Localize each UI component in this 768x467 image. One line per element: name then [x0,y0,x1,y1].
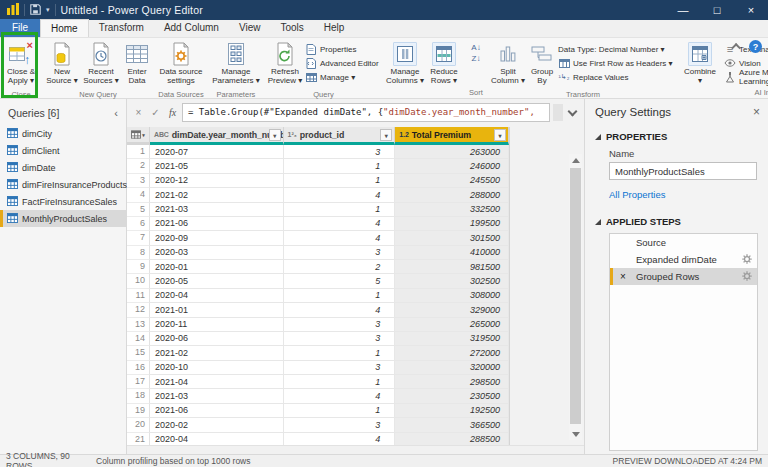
cell-total-premium[interactable]: 245500 [395,174,509,188]
cell-product-id[interactable]: 3 [284,418,396,432]
query-list-item[interactable]: dimCity [0,125,126,142]
cell-month[interactable]: 2021-06 [150,404,284,418]
close-apply-button[interactable]: × ↑ Close & Apply ▾ [2,40,40,90]
gear-icon[interactable] [742,254,752,266]
row-number[interactable]: 10 [127,274,150,288]
row-number[interactable]: 6 [127,217,150,231]
column-header-product-id[interactable]: 1²₃ product_id ▾ [284,127,396,145]
row-number[interactable]: 14 [127,332,150,346]
tab-add-column[interactable]: Add Column [154,19,229,37]
save-icon[interactable] [30,4,41,17]
quick-access-caret-icon[interactable]: ▾ [46,6,50,14]
all-properties-link[interactable]: All Properties [609,189,760,200]
cell-product-id[interactable]: 3 [284,246,396,260]
collapse-queries-icon[interactable]: ‹ [114,107,118,119]
cell-product-id[interactable]: 1 [284,375,396,389]
gear-icon[interactable] [742,271,752,283]
applied-step[interactable]: ×Grouped Rows [610,268,757,285]
cell-product-id[interactable]: 3 [284,332,396,346]
cell-total-premium[interactable]: 199500 [395,217,509,231]
help-icon[interactable]: ? [749,40,762,53]
row-number[interactable]: 5 [127,203,150,217]
cell-month[interactable]: 2020-12 [150,174,284,188]
query-list-item[interactable]: MonthlyProductSales [0,210,126,227]
cell-total-premium[interactable]: 410000 [395,246,509,260]
row-number[interactable]: 9 [127,260,150,274]
column-header-dimdate[interactable]: ABC dimDate.year_month_number ▾ [150,127,284,145]
horizontal-scrollbar[interactable] [127,445,584,454]
number-type-icon[interactable]: 1²₃ [288,131,297,138]
cell-product-id[interactable]: 3 [284,318,396,332]
cell-product-id[interactable]: 2 [284,260,396,274]
replace-values-button[interactable]: ¹↳₂ Replace Values [558,71,676,83]
enter-data-button[interactable]: Enter Data [122,40,152,90]
cancel-formula-icon[interactable]: × [131,107,146,118]
fx-icon[interactable]: fx [165,107,180,118]
combine-button[interactable]: Combine ▾ [680,40,720,90]
tab-tools[interactable]: Tools [270,19,313,37]
cell-month[interactable]: 2021-05 [150,159,284,173]
row-number[interactable]: 15 [127,346,150,360]
filter-dropdown-icon[interactable]: ▾ [380,129,392,141]
new-source-button[interactable]: New Source ▾ [44,40,80,90]
close-button[interactable]: × [734,0,768,20]
row-number[interactable]: 20 [127,418,150,432]
cell-month[interactable]: 2020-11 [150,318,284,332]
confirm-formula-icon[interactable]: ✓ [148,107,163,118]
cell-month[interactable]: 2021-03 [150,203,284,217]
cell-month[interactable]: 2020-04 [150,289,284,303]
manage-columns-button[interactable]: Manage Columns ▾ [385,40,425,90]
row-number[interactable]: 8 [127,246,150,260]
maximize-button[interactable]: □ [700,0,734,20]
cell-product-id[interactable]: 1 [284,289,396,303]
properties-section-header[interactable]: PROPERTIES [595,131,760,142]
row-number[interactable]: 7 [127,231,150,245]
cell-product-id[interactable]: 3 [284,361,396,375]
cell-product-id[interactable]: 4 [284,303,396,317]
sort-descending-icon[interactable]: Z↓ [472,54,481,63]
row-number[interactable]: 19 [127,404,150,418]
cell-month[interactable]: 2021-02 [150,346,284,360]
scrollbar-thumb[interactable] [570,168,581,424]
data-type-button[interactable]: Data Type: Decimal Number ▾ [558,43,676,55]
row-number[interactable]: 11 [127,289,150,303]
delete-step-icon[interactable]: × [620,271,626,282]
select-all-corner[interactable]: ▾ [127,127,150,145]
minimize-button[interactable]: — [666,0,700,20]
cell-total-premium[interactable]: 981500 [395,260,509,274]
cell-total-premium[interactable]: 332500 [395,203,509,217]
cell-product-id[interactable]: 4 [284,217,396,231]
sort-ascending-icon[interactable]: A↓ [471,43,480,52]
applied-steps-section-header[interactable]: APPLIED STEPS [595,216,760,227]
applied-step[interactable]: Source [610,234,757,251]
tab-home[interactable]: Home [40,19,89,37]
scroll-down-icon[interactable] [569,428,582,440]
cell-month[interactable]: 2020-01 [150,260,284,274]
cell-month[interactable]: 2020-07 [150,145,284,159]
row-number[interactable]: 3 [127,174,150,188]
split-column-button[interactable]: Split Column ▾ [490,40,526,90]
cell-month[interactable]: 2020-05 [150,274,284,288]
cell-product-id[interactable]: 3 [284,145,396,159]
cell-month[interactable]: 2021-06 [150,217,284,231]
cell-product-id[interactable]: 4 [284,188,396,202]
cell-product-id[interactable]: 1 [284,159,396,173]
reduce-rows-button[interactable]: Reduce Rows ▾ [426,40,462,90]
cell-month[interactable]: 2021-02 [150,188,284,202]
cell-total-premium[interactable]: 366500 [395,418,509,432]
properties-button[interactable]: Properties [305,43,381,55]
cell-product-id[interactable]: 1 [284,346,396,360]
query-list-item[interactable]: dimClient [0,142,126,159]
cell-product-id[interactable]: 1 [284,174,396,188]
cell-total-premium[interactable]: 308000 [395,289,509,303]
cell-product-id[interactable]: 4 [284,231,396,245]
cell-total-premium[interactable]: 265000 [395,318,509,332]
row-number[interactable]: 18 [127,389,150,403]
row-number[interactable]: 16 [127,361,150,375]
formula-input[interactable]: = Table.Group(#"Expanded dimDate", {"dim… [182,103,550,122]
query-list-item[interactable]: dimFireInsuranceProducts [0,176,126,193]
expand-formula-icon[interactable] [568,106,578,116]
refresh-preview-button[interactable]: Refresh Preview ▾ [266,40,304,90]
decimal-type-icon[interactable]: 1.2 [399,131,408,138]
cell-month[interactable]: 2021-03 [150,389,284,403]
